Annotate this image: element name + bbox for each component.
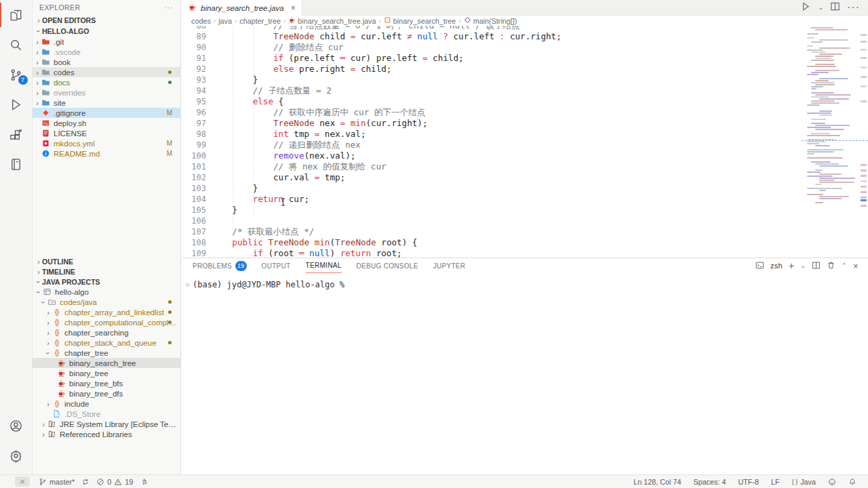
sync-button[interactable]: [78, 475, 93, 488]
java-tree-item-chapter-searching[interactable]: ›{ }chapter_searching: [33, 327, 180, 338]
kill-terminal-button[interactable]: [827, 261, 835, 271]
more-actions-button[interactable]: ···: [847, 1, 860, 14]
java-tree-item-referenced-libraries[interactable]: ›Referenced Libraries: [33, 429, 180, 439]
java-projects-section[interactable]: › JAVA PROJECTS: [33, 277, 180, 287]
java-tree-item-binary-tree-bfs[interactable]: binary_tree_bfs: [33, 378, 180, 388]
explorer-item-overrides[interactable]: ›overrides: [33, 87, 180, 98]
split-editor-button[interactable]: [830, 1, 840, 14]
panel-tab-output[interactable]: OUTPUT: [262, 258, 291, 273]
java-tree-item-chapter-tree[interactable]: ›{ }chapter_tree: [33, 348, 180, 358]
code-line-97[interactable]: 97 TreeNode nex = min(cur.right);: [182, 118, 868, 129]
breadcrumb-item[interactable]: java: [218, 17, 232, 25]
java-tree-item-jre-system-library-eclipse-temurin-17-17[interactable]: ›JRE System Library [Eclipse Temurin 17 …: [33, 419, 180, 429]
chevron-down-icon[interactable]: ⌄: [818, 4, 823, 11]
explorer-item-book[interactable]: ›book: [33, 57, 180, 67]
code-line-98[interactable]: 98 int tmp = nex.val;: [182, 129, 868, 140]
activity-notebook-icon[interactable]: [0, 149, 33, 179]
panel-tab-jupyter[interactable]: JUPYTER: [433, 258, 466, 273]
problems-status[interactable]: 0 19: [93, 475, 136, 488]
encoding[interactable]: UTF-8: [734, 475, 762, 488]
panel-tab-debug-console[interactable]: DEBUG CONSOLE: [357, 258, 418, 273]
workspace-root-section[interactable]: › HELLO-ALGO: [33, 26, 180, 37]
java-tree-item-binary-search-tree[interactable]: binary_search_tree: [33, 358, 180, 368]
code-line-88[interactable]: 88 // 当子结点数量 = 0 / 1 时， child = null / 该…: [182, 26, 868, 31]
minimap[interactable]: [804, 26, 856, 209]
code-line-91[interactable]: 91 if (pre.left ═ cur) pre.left = child;: [182, 53, 868, 64]
explorer-item-license[interactable]: LICENSE: [33, 128, 180, 138]
code-line-95[interactable]: 95 else {: [182, 96, 868, 107]
new-terminal-button[interactable]: +: [789, 260, 794, 271]
run-button[interactable]: [801, 1, 811, 14]
terminal-dropdown-icon[interactable]: ⌄: [800, 262, 806, 269]
activity-search-icon[interactable]: [0, 30, 33, 60]
panel-tab-problems[interactable]: PROBLEMS19: [193, 258, 247, 273]
activity-account-icon[interactable]: [0, 411, 33, 441]
activity-explorer-icon[interactable]: [0, 0, 33, 30]
close-icon[interactable]: ×: [291, 3, 296, 13]
java-tree-item-chapter-stack-and-queue[interactable]: ›{ }chapter_stack_and_queue: [33, 338, 180, 348]
close-panel-button[interactable]: ×: [853, 261, 859, 271]
breadcrumb-item[interactable]: binary_search_tree.java: [288, 16, 376, 25]
code-line-100[interactable]: 100 remove(nex.val);: [182, 150, 868, 161]
timeline-section[interactable]: › TIMELINE: [33, 266, 180, 277]
explorer-item-docs[interactable]: ›docs: [33, 77, 180, 87]
activity-source-control-icon[interactable]: 7: [0, 60, 33, 89]
activity-extensions-icon[interactable]: [0, 119, 33, 149]
code-line-107[interactable]: 107 /* 获取最小结点 */: [182, 226, 868, 237]
split-terminal-button[interactable]: [812, 261, 821, 271]
terminal-prompt-line[interactable]: (base) jyd@JYD-MBP hello-algo %: [186, 280, 868, 289]
java-tree-item--ds-store[interactable]: .DS_Store: [33, 409, 180, 419]
code-line-96[interactable]: 96 // 获取中序遍历中 cur 的下一个结点: [182, 107, 868, 118]
java-mode-button[interactable]: [136, 475, 151, 488]
activity-run-debug-icon[interactable]: [0, 89, 33, 119]
explorer-item-readme-md[interactable]: README.mdM: [33, 148, 180, 159]
indentation[interactable]: Spaces: 4: [690, 475, 729, 488]
java-tree-item-chapter-computational-complexity[interactable]: ›{ }chapter_computational_complexity: [33, 317, 180, 327]
code-line-102[interactable]: 102 cur.val = tmp;: [182, 172, 868, 183]
explorer-item-codes[interactable]: ›codes: [33, 67, 180, 77]
code-line-93[interactable]: 93 }: [182, 75, 868, 85]
code-line-90[interactable]: 90 // 删除结点 cur: [182, 42, 868, 53]
java-tree-item-hello-algo[interactable]: ›hello-algo: [33, 287, 180, 297]
code-line-109[interactable]: 109 if (root ═ null) return root;: [182, 248, 868, 258]
code-line-92[interactable]: 92 else pre.right = child;: [182, 64, 868, 75]
git-branch-status[interactable]: master*: [35, 475, 78, 488]
panel-tab-terminal[interactable]: TERMINAL: [306, 258, 342, 273]
tab-binary-search-tree[interactable]: binary_search_tree.java ×: [182, 0, 302, 16]
explorer-item--vscode[interactable]: ›.vscode: [33, 47, 180, 57]
eol-sequence[interactable]: LF: [768, 475, 783, 488]
explorer-item-site[interactable]: ›site: [33, 98, 180, 108]
code-line-94[interactable]: 94 // 子结点数量 = 2: [182, 85, 868, 96]
breadcrumb-item[interactable]: chapter_tree: [239, 17, 281, 25]
maximize-panel-button[interactable]: ⌃: [842, 262, 847, 269]
explorer-item-mkdocs-yml[interactable]: mkdocs.ymlM: [33, 138, 180, 148]
breadcrumb-item[interactable]: codes: [191, 17, 211, 25]
code-editor[interactable]: 88 // 当子结点数量 = 0 / 1 时， child = null / 该…: [182, 26, 868, 258]
code-line-103[interactable]: 103 }: [182, 183, 868, 194]
shell-label[interactable]: zsh: [770, 262, 783, 270]
breadcrumb-item[interactable]: binary_search_tree: [384, 16, 456, 25]
open-editors-section[interactable]: › OPEN EDITORS: [33, 15, 180, 26]
feedback-smiley-icon[interactable]: [825, 475, 840, 488]
breadcrumb-item[interactable]: main(String[]): [464, 16, 517, 25]
explorer-item--git[interactable]: ›.git: [33, 37, 180, 47]
java-tree-item-binary-tree-dfs[interactable]: binary_tree_dfs: [33, 388, 180, 399]
java-tree-item-include[interactable]: ›{ }include: [33, 399, 180, 409]
explorer-more-icon[interactable]: ···: [165, 3, 174, 12]
code-line-108[interactable]: 108 public TreeNode min(TreeNode root) {: [182, 237, 868, 248]
code-line-106[interactable]: 106: [182, 216, 868, 226]
explorer-item--gitignore[interactable]: .gitignoreM: [33, 108, 180, 118]
code-line-89[interactable]: 89 TreeNode child = cur.left ≠ null ? cu…: [182, 31, 868, 42]
java-tree-item-codes-java[interactable]: ›codes/java: [33, 297, 180, 307]
cursor-position[interactable]: Ln 128, Col 74: [630, 475, 684, 488]
remote-indicator[interactable]: [15, 476, 30, 487]
language-mode[interactable]: { } Java: [789, 475, 819, 488]
notifications-bell-icon[interactable]: [845, 475, 860, 488]
activity-settings-icon[interactable]: [0, 441, 33, 470]
java-tree-item-binary-tree[interactable]: binary_tree: [33, 368, 180, 378]
code-line-99[interactable]: 99 // 递归删除结点 nex: [182, 140, 868, 150]
outline-section[interactable]: › OUTLINE: [33, 256, 180, 266]
code-line-101[interactable]: 101 // 将 nex 的值复制给 cur: [182, 161, 868, 172]
java-tree-item-chapter-array-and-linkedlist[interactable]: ›{ }chapter_array_and_linkedlist: [33, 307, 180, 317]
explorer-item-deploy-sh[interactable]: deploy.sh: [33, 118, 180, 128]
